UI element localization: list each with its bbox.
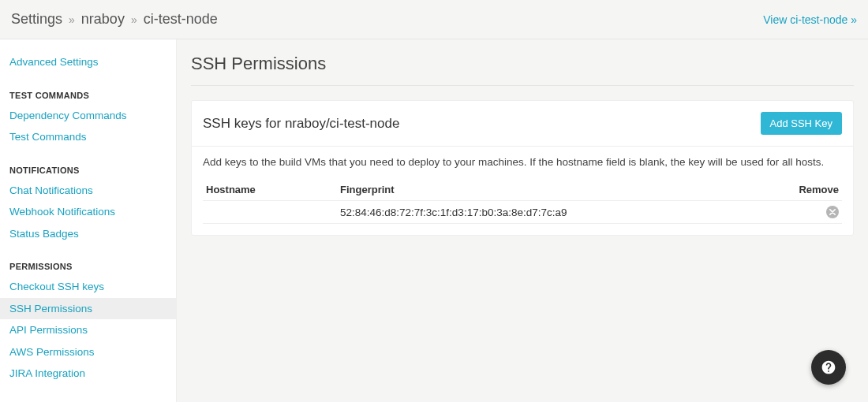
ssh-keys-table: Hostname Fingerprint Remove 52:84:46:d8:… bbox=[203, 179, 842, 224]
card-title: SSH keys for nraboy/ci-test-node bbox=[203, 116, 399, 132]
table-row: 52:84:46:d8:72:7f:3c:1f:d3:17:b0:3a:8e:d… bbox=[203, 201, 842, 224]
sidebar-item-advanced-settings[interactable]: Advanced Settings bbox=[0, 46, 176, 73]
sidebar-item-chat-notifications[interactable]: Chat Notifications bbox=[0, 180, 176, 202]
sidebar-group-title-permissions: PERMISSIONS bbox=[0, 244, 176, 276]
page-title: SSH Permissions bbox=[191, 54, 854, 86]
ssh-keys-card: SSH keys for nraboy/ci-test-node Add SSH… bbox=[191, 100, 854, 236]
sidebar-item-jira-integration[interactable]: JIRA Integration bbox=[0, 363, 176, 385]
breadcrumb: Settings » nraboy » ci-test-node bbox=[11, 11, 218, 28]
sidebar-item-ssh-permissions[interactable]: SSH Permissions bbox=[0, 298, 176, 320]
sidebar-group-title-notifications: NOTIFICATIONS bbox=[0, 148, 176, 180]
cell-fingerprint: 52:84:46:d8:72:7f:3c:1f:d3:17:b0:3a:8e:d… bbox=[337, 201, 787, 224]
header-right: View ci-test-node » bbox=[763, 13, 857, 26]
sidebar-group-title-test-commands: TEST COMMANDS bbox=[0, 73, 176, 105]
view-project-link[interactable]: View ci-test-node » bbox=[763, 13, 857, 26]
help-button[interactable] bbox=[811, 350, 846, 385]
breadcrumb-project[interactable]: ci-test-node bbox=[144, 11, 218, 28]
breadcrumb-separator: » bbox=[131, 13, 137, 26]
sidebar-item-dependency-commands[interactable]: Dependency Commands bbox=[0, 105, 176, 127]
sidebar-item-webhook-notifications[interactable]: Webhook Notifications bbox=[0, 201, 176, 223]
card-header: SSH keys for nraboy/ci-test-node Add SSH… bbox=[192, 101, 853, 146]
sidebar-item-test-commands[interactable]: Test Commands bbox=[0, 126, 176, 148]
sidebar-group-title-continuous-deployment: CONTINUOUS DEPLOYMENT bbox=[0, 385, 176, 402]
page-header: Settings » nraboy » ci-test-node View ci… bbox=[0, 0, 868, 39]
cell-remove bbox=[787, 201, 842, 224]
sidebar: Advanced Settings TEST COMMANDS Dependen… bbox=[0, 39, 177, 402]
main-content: SSH Permissions SSH keys for nraboy/ci-t… bbox=[177, 39, 868, 402]
remove-key-icon[interactable] bbox=[826, 206, 839, 218]
sidebar-item-checkout-ssh-keys[interactable]: Checkout SSH keys bbox=[0, 276, 176, 298]
breadcrumb-separator: » bbox=[69, 13, 75, 26]
table-header-remove: Remove bbox=[787, 179, 842, 201]
question-icon bbox=[821, 359, 836, 375]
table-header-hostname: Hostname bbox=[203, 179, 337, 201]
cell-hostname bbox=[203, 201, 337, 224]
breadcrumb-user[interactable]: nraboy bbox=[81, 11, 125, 28]
add-ssh-key-button[interactable]: Add SSH Key bbox=[761, 112, 843, 135]
sidebar-item-api-permissions[interactable]: API Permissions bbox=[0, 319, 176, 341]
breadcrumb-root[interactable]: Settings bbox=[11, 11, 62, 28]
sidebar-item-aws-permissions[interactable]: AWS Permissions bbox=[0, 341, 176, 363]
sidebar-item-status-badges[interactable]: Status Badges bbox=[0, 223, 176, 245]
table-header-fingerprint: Fingerprint bbox=[337, 179, 787, 201]
card-description: Add keys to the build VMs that you need … bbox=[192, 146, 853, 173]
